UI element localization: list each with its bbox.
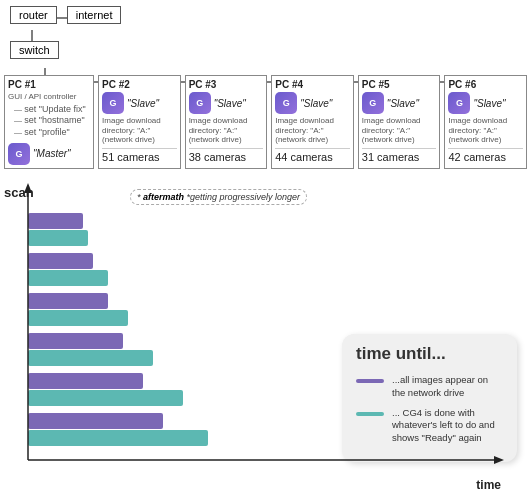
bar-svg	[28, 213, 308, 453]
pc4-slave-row: G "Slave"	[275, 92, 350, 114]
legend-line-teal	[356, 412, 384, 416]
pc4-box: PC #4 G "Slave" Image download directory…	[271, 75, 354, 169]
pc3-sublabel: Image download directory: "A:" (network …	[189, 116, 264, 145]
pc1-notes: set "Update fix" set "hostname" set "pro…	[8, 104, 90, 139]
chart-area: scan * aftermath *getting progressively …	[0, 175, 531, 500]
pc4-label: PC #4	[275, 79, 350, 90]
pc-row: PC #1 GUI / API controller set "Update f…	[0, 75, 531, 169]
cg4-slave5-icon: G	[362, 92, 384, 114]
master-row: G "Master"	[8, 143, 90, 165]
pc2-slave-row: G "Slave"	[102, 92, 177, 114]
pc5-slave-row: G "Slave"	[362, 92, 437, 114]
pc6-box: PC #6 G "Slave" Image download directory…	[444, 75, 527, 169]
pc3-box: PC #3 G "Slave" Image download directory…	[185, 75, 268, 169]
cg4-slave3-icon: G	[189, 92, 211, 114]
cg4-master-icon: G	[8, 143, 30, 165]
pc2-slave-label: "Slave"	[127, 98, 159, 109]
legend-text-teal: ... CG4 is done with whatever's left to …	[392, 407, 503, 444]
svg-rect-17	[28, 350, 153, 366]
cg4-slave2-icon: G	[102, 92, 124, 114]
pc5-box: PC #5 G "Slave" Image download directory…	[358, 75, 441, 169]
pc2-cameras: 51 cameras	[102, 148, 177, 163]
svg-rect-19	[28, 390, 183, 406]
svg-rect-14	[28, 293, 108, 309]
pc1-note3: set "profile"	[14, 127, 90, 139]
pc5-label: PC #5	[362, 79, 437, 90]
svg-rect-20	[28, 413, 163, 429]
pc3-label: PC #3	[189, 79, 264, 90]
legend-box: time until... ...all images appear on th…	[342, 334, 517, 462]
svg-rect-12	[28, 253, 93, 269]
master-label: "Master"	[33, 148, 71, 159]
network-diagram: router internet switch PC #1 GUI / API c…	[0, 0, 531, 175]
pc1-box: PC #1 GUI / API controller set "Update f…	[4, 75, 94, 169]
cg4-slave4-icon: G	[275, 92, 297, 114]
svg-rect-18	[28, 373, 143, 389]
pc5-slave-label: "Slave"	[387, 98, 419, 109]
pc4-sublabel: Image download directory: "A:" (network …	[275, 116, 350, 145]
pc5-sublabel: Image download directory: "A:" (network …	[362, 116, 437, 145]
pc6-slave-row: G "Slave"	[448, 92, 523, 114]
aftermath-text: aftermath	[143, 192, 184, 202]
pc2-label: PC #2	[102, 79, 177, 90]
cg4-slave6-icon: G	[448, 92, 470, 114]
svg-rect-13	[28, 270, 108, 286]
pc6-cameras: 42 cameras	[448, 148, 523, 163]
legend-item-teal: ... CG4 is done with whatever's left to …	[356, 407, 503, 444]
pc5-cameras: 31 cameras	[362, 148, 437, 163]
pc3-cameras: 38 cameras	[189, 148, 264, 163]
bar-chart	[28, 213, 308, 448]
pc3-slave-row: G "Slave"	[189, 92, 264, 114]
svg-rect-21	[28, 430, 208, 446]
pc6-sublabel: Image download directory: "A:" (network …	[448, 116, 523, 145]
legend-line-purple	[356, 379, 384, 383]
pc6-label: PC #6	[448, 79, 523, 90]
legend-title: time until...	[356, 344, 503, 364]
pc3-slave-label: "Slave"	[214, 98, 246, 109]
pc4-slave-label: "Slave"	[300, 98, 332, 109]
svg-rect-11	[28, 230, 88, 246]
pc1-label: PC #1	[8, 79, 90, 90]
svg-rect-16	[28, 333, 123, 349]
pc6-slave-label: "Slave"	[473, 98, 505, 109]
pc2-box: PC #2 G "Slave" Image download directory…	[98, 75, 181, 169]
top-nodes: router internet	[10, 6, 121, 24]
pc4-cameras: 44 cameras	[275, 148, 350, 163]
pc1-note2: set "hostname"	[14, 115, 90, 127]
aftermath-note: * aftermath *getting progressively longe…	[130, 189, 307, 205]
pc2-sublabel: Image download directory: "A:" (network …	[102, 116, 177, 145]
legend-item-purple: ...all images appear on the network driv…	[356, 374, 503, 399]
switch-node: switch	[10, 41, 59, 59]
svg-rect-15	[28, 310, 128, 326]
legend-text-purple: ...all images appear on the network driv…	[392, 374, 503, 399]
scan-label: scan	[4, 185, 34, 200]
svg-rect-10	[28, 213, 83, 229]
pc1-sublabel: GUI / API controller	[8, 92, 90, 102]
time-axis-label: time	[476, 478, 501, 492]
router-node: router	[10, 6, 57, 24]
pc1-note1: set "Update fix"	[14, 104, 90, 116]
internet-node: internet	[67, 6, 122, 24]
